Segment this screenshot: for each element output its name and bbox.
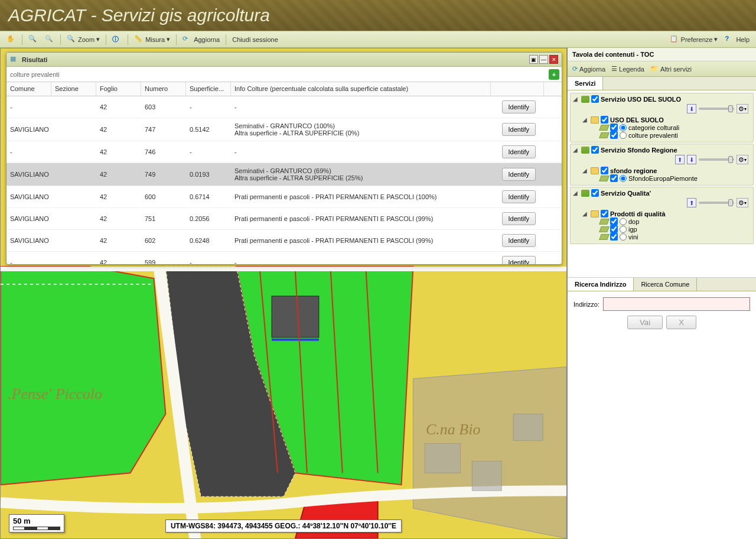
zoom-dropdown[interactable]: 🔍Zoom▾ [64, 33, 103, 46]
info-button[interactable]: ⓘ [109, 33, 125, 46]
layer-checkbox[interactable] [610, 217, 618, 225]
column-header[interactable]: Numero [141, 82, 186, 96]
layer-checkbox[interactable] [610, 131, 618, 139]
results-header[interactable]: ▦ Risultati ▣ — ✕ [6, 53, 562, 67]
column-header[interactable]: Superficie... [186, 82, 231, 96]
layer-radio[interactable] [620, 124, 627, 131]
move-up-button[interactable]: ⬆ [687, 198, 696, 207]
close-session-button[interactable]: Chiudi sessione [229, 34, 281, 45]
expand-icon[interactable]: ◢ [573, 147, 579, 153]
tab-ricerca-comune[interactable]: Ricerca Comune [634, 278, 697, 291]
table-row[interactable]: SAVIGLIANO427470.5142Seminativi - GRANTU… [6, 118, 562, 141]
settings-button[interactable]: ⚙▾ [737, 198, 748, 207]
table-row[interactable]: -42603--Identify [6, 96, 562, 118]
clear-button[interactable]: X [666, 316, 696, 329]
zoom-in-button[interactable]: 🔍 [25, 33, 41, 46]
identify-button[interactable]: Identify [502, 212, 536, 225]
group-checkbox[interactable] [601, 210, 608, 217]
column-header[interactable]: Comune [6, 82, 51, 96]
layer-radio[interactable] [620, 233, 627, 241]
refresh-button[interactable]: ⟳Aggiorna [180, 33, 223, 46]
tab-servizi[interactable]: Servizi [568, 77, 603, 90]
map-viewport[interactable]: .Pense' PiccoloC.na Bio ▦ Risultati ▣ — … [0, 48, 567, 539]
identify-button[interactable]: Identify [502, 123, 536, 136]
table-icon: ▦ [10, 55, 19, 64]
add-filter-button[interactable]: + [549, 69, 559, 80]
layer-radio[interactable] [620, 132, 627, 139]
table-row[interactable]: -42599--Identify [6, 252, 562, 264]
layer-checkbox[interactable] [610, 233, 618, 241]
folder-icon [591, 116, 599, 124]
toc-other-services-button[interactable]: 📁Altri servizi [650, 65, 692, 73]
identify-button[interactable]: Identify [502, 168, 536, 181]
column-header[interactable]: Info Colture (percentuale calcolata sull… [231, 82, 491, 96]
identify-button[interactable]: Identify [502, 190, 536, 203]
minimize-button[interactable]: — [539, 55, 548, 64]
opacity-slider[interactable] [699, 158, 734, 161]
identify-button[interactable]: Identify [502, 256, 536, 264]
folder-icon: 📁 [650, 65, 659, 73]
preferences-dropdown[interactable]: 📋Preferenze▾ [667, 33, 721, 46]
group-checkbox[interactable] [601, 167, 608, 174]
column-header[interactable]: Sezione [51, 82, 96, 96]
settings-button[interactable]: ⚙▾ [737, 104, 748, 113]
layer-icon [599, 234, 610, 240]
expand-icon[interactable]: ◢ [573, 96, 579, 102]
svg-marker-1 [1, 267, 165, 485]
move-down-button[interactable]: ⬇ [687, 155, 696, 164]
expand-icon[interactable]: ◢ [573, 190, 579, 196]
table-row[interactable]: -42746--Identify [6, 141, 562, 163]
expand-icon[interactable]: ◢ [582, 210, 589, 217]
move-up-button[interactable]: ⬆ [675, 155, 685, 164]
toc-panel: Tavola dei contenuti - TOC ⟳Aggiorna ☰Le… [567, 48, 756, 539]
identify-button[interactable]: Identify [502, 145, 536, 158]
column-header[interactable]: Foglio [96, 82, 141, 96]
refresh-icon: ⟳ [183, 35, 192, 44]
settings-button[interactable]: ⚙▾ [737, 155, 748, 164]
pan-button[interactable]: ✋ [4, 33, 19, 46]
layer-tree[interactable]: ◢Servizio USO DEL SUOLO⬇⚙▾◢USO DEL SUOLO… [568, 90, 756, 277]
toc-title: Tavola dei contenuti - TOC [568, 48, 756, 61]
layer-radio[interactable] [620, 226, 627, 233]
expand-icon[interactable]: ◢ [582, 167, 589, 174]
collapse-button[interactable]: ▣ [529, 55, 538, 64]
service-checkbox[interactable] [591, 189, 599, 197]
move-down-button[interactable]: ⬇ [687, 104, 696, 113]
table-row[interactable]: SAVIGLIANO427510.2056Prati permanenti e … [6, 208, 562, 230]
vai-button[interactable]: Vai [627, 316, 663, 329]
close-button[interactable]: ✕ [549, 55, 558, 64]
expand-icon[interactable]: ◢ [582, 116, 589, 123]
table-row[interactable]: SAVIGLIANO426020.6248Prati permanenti e … [6, 230, 562, 252]
filter-input[interactable] [6, 69, 546, 80]
folder-icon [591, 167, 599, 174]
indirizzo-input[interactable] [603, 297, 750, 311]
layer-icon [599, 176, 610, 181]
layer-label: categorie colturali [628, 124, 679, 131]
table-row[interactable]: SAVIGLIANO427490.0193Seminativi - GRANTU… [6, 163, 562, 186]
service-checkbox[interactable] [591, 146, 599, 154]
ruler-icon: 📏 [134, 35, 144, 44]
group-checkbox[interactable] [601, 116, 608, 124]
table-row[interactable]: SAVIGLIANO426000.6714Prati permanenti e … [6, 186, 562, 208]
chevron-down-icon: ▾ [714, 35, 718, 43]
toc-refresh-button[interactable]: ⟳Aggiorna [572, 65, 605, 73]
service-checkbox[interactable] [591, 95, 599, 103]
zoom-in-icon: 🔍 [28, 35, 38, 44]
preferences-icon: 📋 [670, 35, 679, 44]
zoom-out-button[interactable]: 🔍 [42, 33, 57, 46]
layer-checkbox[interactable] [610, 174, 618, 182]
toc-legend-button[interactable]: ☰Legenda [611, 65, 644, 73]
layer-checkbox[interactable] [610, 225, 618, 233]
tab-ricerca-indirizzo[interactable]: Ricerca Indirizzo [568, 278, 634, 291]
opacity-slider[interactable] [699, 108, 734, 110]
opacity-slider[interactable] [699, 202, 734, 204]
layer-checkbox[interactable] [610, 124, 618, 131]
info-icon: ⓘ [112, 35, 122, 44]
measure-dropdown[interactable]: 📏Misura▾ [131, 33, 173, 46]
identify-button[interactable]: Identify [502, 234, 536, 247]
identify-button[interactable]: Identify [502, 100, 536, 113]
layer-radio[interactable] [620, 218, 627, 225]
help-button[interactable]: ?Help [722, 33, 752, 46]
layer-radio[interactable] [620, 175, 627, 182]
layer-label: colture prevalenti [628, 132, 678, 139]
